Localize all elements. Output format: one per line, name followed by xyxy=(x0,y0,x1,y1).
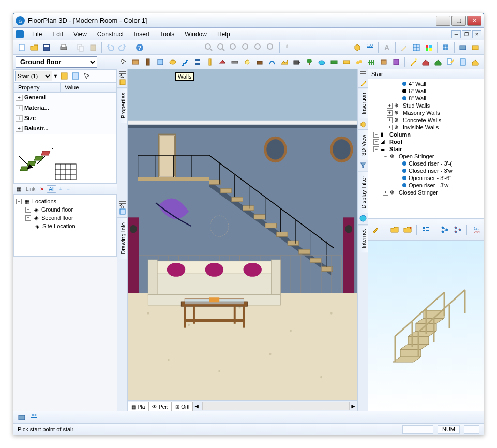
roof-tool[interactable] xyxy=(217,56,228,68)
house-button[interactable] xyxy=(420,56,431,68)
tree-site-location[interactable]: Site Location xyxy=(42,223,76,229)
beam-tool[interactable] xyxy=(204,56,216,68)
menu-help[interactable]: Help xyxy=(212,29,235,39)
drawing-info-tab[interactable]: Drawing Info xyxy=(117,218,127,259)
paste-button[interactable] xyxy=(87,42,99,53)
open-button[interactable] xyxy=(28,42,40,53)
floor-selector[interactable]: Ground floor xyxy=(16,56,97,68)
wall-tool[interactable] xyxy=(130,56,141,68)
stair-open-1[interactable]: Open riser - 3'-6" xyxy=(409,175,451,181)
slab-tool[interactable] xyxy=(229,56,240,68)
section-stair[interactable]: Stair xyxy=(389,146,402,152)
wall-6in[interactable]: 6" Wall xyxy=(409,88,426,94)
tab-scroll-left[interactable]: ◄ xyxy=(193,402,200,410)
section-roof[interactable]: Roof xyxy=(389,139,402,145)
path-tool[interactable] xyxy=(266,56,278,68)
edit-button[interactable] xyxy=(445,56,456,68)
library-tree[interactable]: 4" Wall 6" Wall 8" Wall +⊕Stud Walls +⊕M… xyxy=(368,79,484,219)
panel-grip-r1[interactable] xyxy=(358,69,368,77)
closed-stringer[interactable]: Closed Stringer xyxy=(399,189,438,196)
zoom-extents-button[interactable] xyxy=(240,42,252,53)
lib-btn-tree1[interactable] xyxy=(439,224,450,235)
viewport-scrollbar-h[interactable] xyxy=(202,402,350,410)
filter-tab-icon[interactable] xyxy=(358,160,368,171)
tree-root-locations[interactable]: Locations xyxy=(32,198,56,204)
locations-tree[interactable]: −▦Locations +◈Ground floor +◈Second floo… xyxy=(13,195,117,257)
prop-btn-3[interactable] xyxy=(82,71,92,81)
dimension-button[interactable]: 100 xyxy=(364,42,375,53)
link-delete-button[interactable]: ✕ xyxy=(38,185,46,193)
opening-tool[interactable] xyxy=(167,56,178,68)
prop-btn-1[interactable] xyxy=(59,71,69,81)
prop-general[interactable]: +General xyxy=(14,93,116,103)
stair-tool[interactable] xyxy=(179,56,191,68)
prop-size[interactable]: +Size xyxy=(14,113,116,124)
save-button[interactable] xyxy=(41,42,52,53)
close-button[interactable]: ✕ xyxy=(467,16,481,26)
grid-button[interactable] xyxy=(440,42,451,53)
wizard-button[interactable] xyxy=(408,56,419,68)
hand-button[interactable] xyxy=(282,42,294,53)
panel-grip-2[interactable]: ×↔ xyxy=(117,199,127,206)
link-add-button[interactable]: + xyxy=(57,185,64,193)
prop-header-property[interactable]: Property xyxy=(14,83,61,92)
prop-header-value[interactable]: Value xyxy=(61,83,116,92)
display-filter-tab[interactable]: Display Filter xyxy=(358,171,368,213)
lib-btn-folder1[interactable] xyxy=(389,224,400,235)
select-tool[interactable] xyxy=(117,56,129,68)
internet-tab-icon[interactable] xyxy=(358,213,368,225)
copy-button[interactable] xyxy=(75,42,86,53)
undo-button[interactable] xyxy=(104,42,116,53)
link-filter-icon[interactable]: ▦ xyxy=(14,185,23,193)
zoom-in-button[interactable] xyxy=(203,42,215,53)
tab-plan[interactable]: ▦ Pla xyxy=(128,402,148,411)
pencil-button[interactable] xyxy=(398,42,410,53)
zoom-previous-button[interactable] xyxy=(253,42,264,53)
mdi-close[interactable]: ✕ xyxy=(472,30,481,38)
maximize-button[interactable]: ▢ xyxy=(451,16,466,26)
lib-btn-tree2[interactable] xyxy=(452,224,463,235)
3d-viewport[interactable]: Walls xyxy=(128,69,357,400)
camera-tool[interactable] xyxy=(291,56,303,68)
properties-tab-icon[interactable] xyxy=(117,77,127,88)
section-column[interactable]: Column xyxy=(389,131,411,138)
pan-button[interactable] xyxy=(265,42,277,53)
mdi-restore[interactable]: ❐ xyxy=(462,30,471,38)
misc-tool[interactable] xyxy=(390,56,402,68)
minimize-button[interactable]: ─ xyxy=(436,16,450,26)
stud-walls[interactable]: Stud Walls xyxy=(403,102,430,109)
new-button[interactable] xyxy=(16,42,27,53)
tab-ortho[interactable]: ⊞ Ortl xyxy=(172,402,193,411)
page-button[interactable] xyxy=(457,56,469,68)
house2-button[interactable] xyxy=(432,56,444,68)
wall-8in[interactable]: 8" Wall xyxy=(409,95,426,101)
menu-view[interactable]: View xyxy=(68,29,92,39)
menu-tools[interactable]: Tools xyxy=(155,29,179,39)
prop-btn-2[interactable] xyxy=(71,71,80,81)
insertion-tab[interactable]: Insertion xyxy=(358,88,368,118)
road-tool[interactable] xyxy=(341,56,352,68)
3dview-tab[interactable]: 3D View xyxy=(358,130,368,160)
link-all-button[interactable]: All xyxy=(47,185,56,193)
mdi-minimize[interactable]: ─ xyxy=(451,30,461,38)
bottom-btn-2[interactable]: 100 xyxy=(28,412,40,423)
internet-tab[interactable]: Internet xyxy=(358,225,368,252)
menu-file[interactable]: File xyxy=(27,29,47,39)
drawing-info-tab-icon[interactable] xyxy=(117,206,127,218)
wall-4in[interactable]: 4" Wall xyxy=(409,81,426,87)
pool-tool[interactable] xyxy=(316,56,327,68)
terrain-tool[interactable] xyxy=(279,56,290,68)
lib-btn-list[interactable] xyxy=(420,224,431,235)
tool-a-button[interactable] xyxy=(457,42,469,53)
3dview-tab-icon[interactable] xyxy=(358,118,368,130)
lib-btn-folder2[interactable]: + xyxy=(402,224,413,235)
insertion-tab-icon[interactable] xyxy=(358,77,368,88)
house3-button[interactable] xyxy=(470,56,481,68)
stone-tool[interactable] xyxy=(353,56,365,68)
menu-window[interactable]: Window xyxy=(179,29,212,39)
tree-ground-floor[interactable]: Ground floor xyxy=(41,206,73,213)
tab-perspective[interactable]: 👁 Per: xyxy=(148,402,172,411)
concrete-walls[interactable]: Concrete Walls xyxy=(403,117,441,123)
plant-tool[interactable] xyxy=(304,56,315,68)
menu-edit[interactable]: Edit xyxy=(47,29,68,39)
